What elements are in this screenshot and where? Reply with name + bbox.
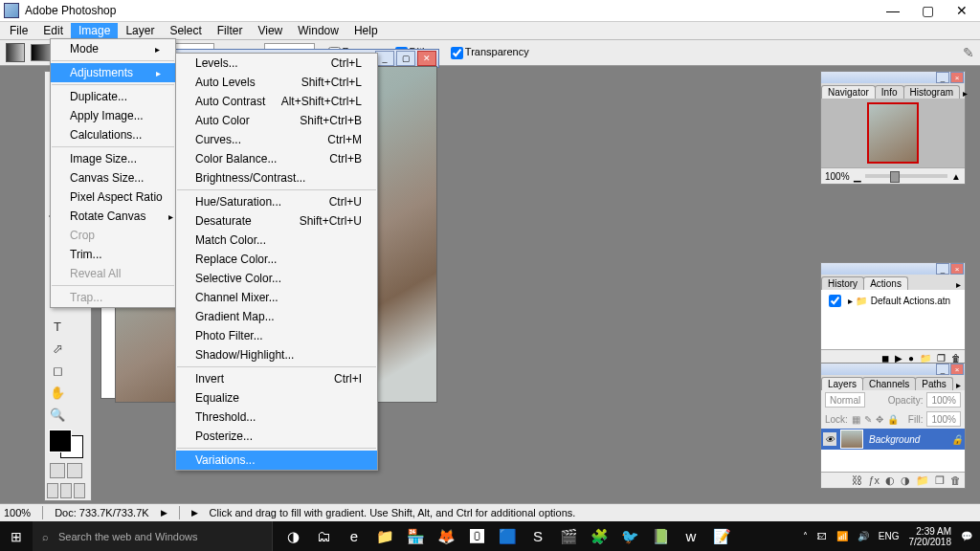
panel-min[interactable]: _ [936,263,949,275]
taskbar-app[interactable]: 🐦 [615,521,644,551]
menu-item[interactable]: DesaturateShift+Ctrl+U [176,211,377,231]
panel-min[interactable]: _ [936,72,949,83]
close-button[interactable]: ✕ [953,3,970,18]
menu-item[interactable]: Threshold... [176,408,377,427]
start-button[interactable]: ⊞ [0,521,33,551]
action-check[interactable] [829,295,841,307]
menu-item[interactable]: Auto ContrastAlt+Shift+Ctrl+L [176,92,377,111]
new-icon[interactable]: ❐ [935,474,945,487]
menu-item[interactable]: Shadow/Highlight... [176,345,377,364]
action-set[interactable]: Default Actions.atn [871,296,950,306]
tool[interactable]: ⬀ [47,338,68,359]
lock-icon[interactable]: 🔒 [887,414,899,425]
tool[interactable]: ◻ [47,360,68,381]
menu-item[interactable]: Replace Color... [176,250,377,269]
menu-item[interactable]: Trim... [51,245,175,264]
menu-item[interactable]: Rotate Canvas▸ [51,207,175,226]
menu-select[interactable]: Select [162,23,209,38]
trash-icon[interactable]: 🗑 [950,474,961,486]
tab-more[interactable]: ▸ [959,88,971,99]
doc-min[interactable]: _ [375,51,394,66]
tool[interactable]: T [47,316,68,337]
taskbar-app[interactable]: 🟦 [493,521,522,551]
zoom-slider[interactable] [865,174,948,178]
transparency-check[interactable]: Transparency [443,46,529,59]
menu-item[interactable]: Selective Color... [176,269,377,288]
wifi-icon[interactable]: 📶 [836,531,848,541]
menu-edit[interactable]: Edit [35,23,71,38]
menu-item[interactable]: Levels...Ctrl+L [176,54,377,73]
menu-item[interactable]: Curves...Ctrl+M [176,130,377,149]
taskbar-app[interactable]: 🗂 [309,521,338,551]
fx-icon[interactable]: ƒx [868,474,880,486]
menu-window[interactable]: Window [290,23,346,38]
tab-more[interactable]: ▸ [952,279,965,290]
menu-item[interactable]: Channel Mixer... [176,288,377,307]
taskbar-app[interactable]: e [340,521,368,551]
record-icon[interactable]: ● [908,353,914,364]
menu-item[interactable]: InvertCtrl+I [176,369,377,388]
lang[interactable]: ENG [879,531,900,541]
taskbar-app[interactable]: 📝 [707,521,736,551]
menu-item[interactable]: Canvas Size... [51,168,175,187]
taskbar-app[interactable]: 🧩 [585,521,613,551]
nav-thumb[interactable] [867,102,919,164]
menu-item[interactable]: Image Size... [51,149,175,168]
zoom-in-icon[interactable]: ▲ [951,171,961,182]
menu-item[interactable]: Calculations... [51,125,175,144]
tab-histogram[interactable]: Histogram [903,85,961,99]
status-zoom[interactable]: 100% [4,507,31,518]
layer-opacity[interactable]: 100% [926,392,961,408]
clock[interactable]: 2:39 AM7/20/2018 [909,526,952,547]
menu-image[interactable]: Image [71,23,118,38]
minimize-button[interactable]: — [884,3,902,18]
gradient-tool-icon[interactable] [6,43,25,62]
menu-item[interactable]: Adjustments▸ [51,63,175,82]
menu-item[interactable]: Apply Image... [51,106,175,125]
tab-info[interactable]: Info [875,85,904,99]
doc-close[interactable]: ✕ [417,51,436,66]
doc-max[interactable]: ▢ [396,51,415,66]
taskbar-app[interactable]: S [523,521,552,551]
menu-item[interactable]: Photo Filter... [176,326,377,345]
menu-item[interactable]: Auto ColorShift+Ctrl+B [176,111,377,130]
menu-view[interactable]: View [250,23,290,38]
panel-close[interactable]: × [950,364,964,375]
adjust-icon[interactable]: ◑ [901,474,910,487]
menu-filter[interactable]: Filter [210,23,251,38]
taskbar-search[interactable]: ⌕Search the web and Windows [33,521,273,551]
sound-icon[interactable]: 🔊 [858,531,869,541]
taskbar-app[interactable]: 🏪 [401,521,430,551]
menu-item[interactable]: Brightness/Contrast... [176,168,377,187]
tab-channels[interactable]: Channels [862,377,916,390]
link-icon[interactable]: ⛓ [852,474,862,486]
menu-item[interactable]: Gradient Map... [176,307,377,326]
blend-mode[interactable]: Normal [825,392,865,408]
taskbar-app[interactable]: w [677,521,705,551]
menu-item[interactable]: Mode▸ [51,39,175,58]
stop-icon[interactable]: ◼ [881,353,889,364]
tab-layers[interactable]: Layers [821,377,863,390]
play-icon[interactable]: ▶ [895,353,902,364]
tab-paths[interactable]: Paths [915,377,953,390]
lock-icon[interactable]: ✎ [864,414,872,425]
tab-more[interactable]: ▸ [952,380,965,390]
lock-icon[interactable]: ▦ [852,414,860,425]
lock-icon[interactable]: ✥ [876,414,883,425]
eye-icon[interactable]: 👁 [823,432,836,446]
menu-item[interactable]: Pixel Aspect Ratio▸ [51,187,175,207]
menu-item[interactable]: Auto LevelsShift+Ctrl+L [176,73,377,92]
menu-file[interactable]: File [2,23,35,38]
tab-navigator[interactable]: Navigator [821,85,876,99]
menu-layer[interactable]: Layer [118,23,162,38]
trash-icon[interactable]: 🗑 [951,353,961,364]
mode-std[interactable] [50,463,65,478]
folder-icon[interactable]: 📁 [920,353,931,364]
taskbar-app[interactable]: 🦊 [432,521,460,551]
battery-icon[interactable]: 🗠 [817,531,827,541]
taskbar-app[interactable]: 📁 [370,521,399,551]
new-icon[interactable]: ❐ [937,353,946,364]
tool[interactable]: 🔍 [47,404,68,425]
panel-close[interactable]: × [950,263,964,275]
menu-item[interactable]: Duplicate... [51,87,175,106]
